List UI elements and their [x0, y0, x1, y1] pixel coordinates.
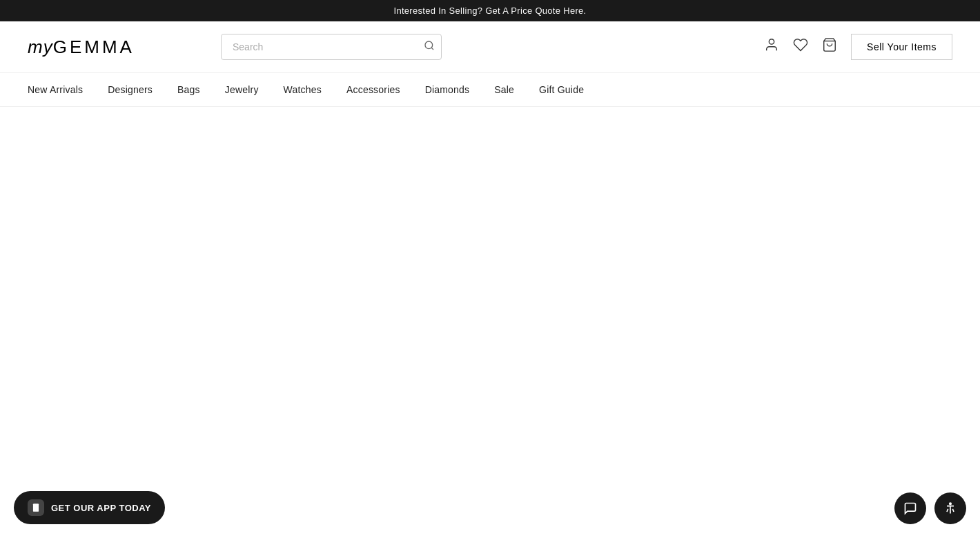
svg-point-2	[769, 39, 774, 44]
svg-point-6	[950, 503, 952, 505]
nav-item-bags[interactable]: Bags	[177, 73, 200, 106]
chat-icon	[903, 501, 917, 515]
nav-item-jewelry[interactable]: Jewelry	[225, 73, 259, 106]
account-icon[interactable]	[764, 37, 779, 57]
svg-line-1	[431, 48, 433, 50]
nav-item-sale[interactable]: Sale	[494, 73, 514, 106]
search-input[interactable]	[221, 34, 442, 60]
chat-button[interactable]	[894, 492, 926, 524]
svg-point-0	[425, 41, 433, 49]
app-promo-area: GET OUR APP TODAY	[14, 491, 165, 524]
wishlist-icon[interactable]	[793, 37, 808, 57]
nav-item-gift-guide[interactable]: Gift Guide	[539, 73, 584, 106]
main-content	[0, 107, 980, 438]
nav-item-watches[interactable]: Watches	[284, 73, 322, 106]
sell-button[interactable]: Sell Your Items	[851, 34, 952, 60]
search-icon	[424, 40, 435, 51]
nav-item-new-arrivals[interactable]: New Arrivals	[28, 73, 83, 106]
nav-item-accessories[interactable]: Accessories	[346, 73, 400, 106]
main-nav: New Arrivals Designers Bags Jewelry Watc…	[0, 73, 980, 107]
nav-item-designers[interactable]: Designers	[108, 73, 153, 106]
logo-my: my	[28, 37, 53, 57]
header: myGEMMA S	[0, 21, 980, 73]
cart-icon[interactable]	[822, 37, 837, 57]
svg-rect-4	[33, 504, 39, 512]
nav-item-diamonds[interactable]: Diamonds	[425, 73, 470, 106]
top-banner: Interested In Selling? Get A Price Quote…	[0, 0, 980, 21]
app-button-label: GET OUR APP TODAY	[51, 503, 151, 513]
header-right: Sell Your Items	[764, 34, 952, 60]
search-bar	[221, 34, 442, 60]
logo[interactable]: myGEMMA	[28, 37, 166, 58]
accessibility-icon	[943, 501, 957, 515]
banner-text: Interested In Selling? Get A Price Quote…	[393, 6, 586, 16]
accessibility-button[interactable]	[934, 492, 966, 524]
get-app-button[interactable]: GET OUR APP TODAY	[14, 491, 165, 524]
search-button[interactable]	[424, 40, 435, 54]
bottom-right-actions	[894, 492, 966, 524]
logo-gemma: GEMMA	[53, 37, 135, 57]
app-icon	[28, 499, 44, 516]
